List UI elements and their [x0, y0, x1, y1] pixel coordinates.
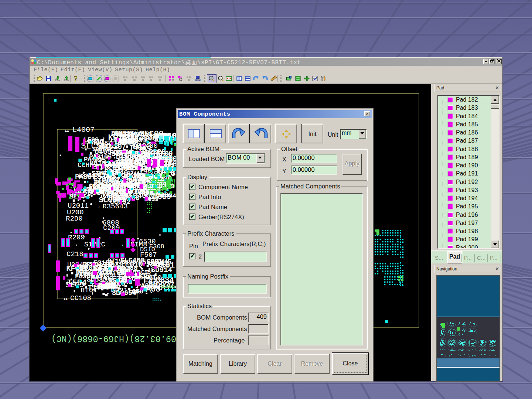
svg-text:← SIM2C: ← SIM2C [76, 241, 105, 249]
svg-text:L4007: L4007 [72, 126, 95, 134]
svg-text:E384: E384 [115, 159, 129, 166]
svg-text:CC108: CC108 [70, 294, 91, 302]
svg-text:L6936: L6936 [84, 138, 103, 145]
svg-text:?: ? [74, 75, 78, 82]
svg-text:C218: C218 [66, 250, 83, 258]
svg-text:PA421: PA421 [84, 156, 102, 163]
svg-text:BOM: BOM [195, 79, 201, 81]
svg-text:SD8893: SD8893 [111, 130, 133, 137]
svg-text:◆◆: ◆◆ [65, 129, 69, 133]
svg-text:◆◆: ◆◆ [64, 297, 68, 301]
svg-text:09.03.28)(HJG9-0686)(NC): 09.03.28)(HJG9-0686)(NC) [51, 334, 176, 344]
svg-text:G947: G947 [151, 259, 168, 268]
svg-text:SD375: SD375 [92, 147, 108, 153]
svg-text:R2D0: R2D0 [66, 215, 83, 223]
